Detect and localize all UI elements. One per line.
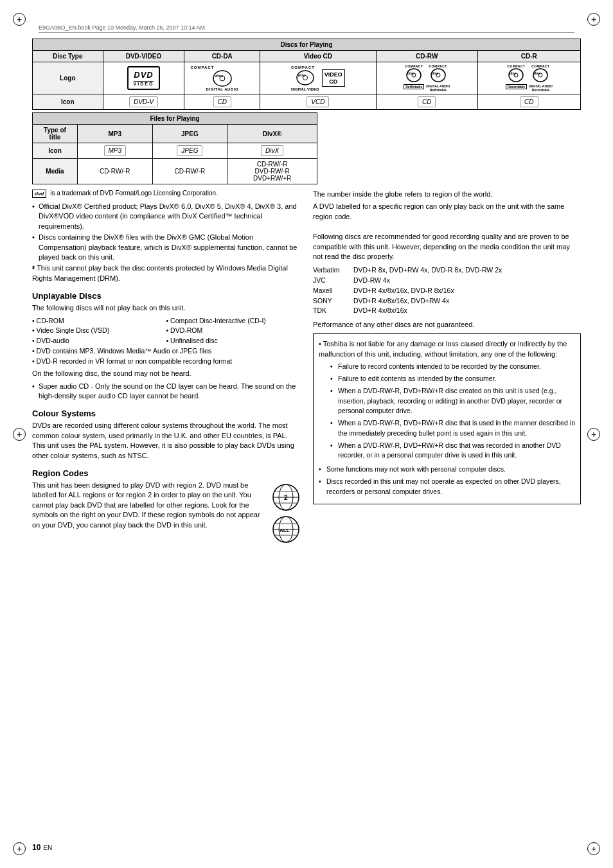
svg-text:ALL: ALL (280, 527, 290, 533)
media-divx-cell: CD-RW/-R DVD-RW/-R DVD+RW/+R (227, 159, 317, 184)
page-lang: EN (43, 844, 52, 851)
region-codes-title: Region Codes (32, 468, 300, 478)
colour-systems-text: DVDs are recorded using different colour… (32, 421, 300, 461)
col-cd-r: CD-R (477, 51, 580, 62)
bullet-drm-note: * This unit cannot play back the disc co… (32, 263, 300, 283)
col-cd-da: CD-DA (184, 51, 260, 62)
mp3-icon: MP3 (104, 145, 127, 156)
page-header: E9GA0BD_EN.book Page 10 Monday, March 26… (39, 24, 574, 33)
files-section-label: Files for Playing (33, 113, 317, 125)
super-audio-bullets: Super audio CD - Only the sound on the C… (32, 382, 300, 402)
vcd-icon-cell: VCD (260, 94, 377, 110)
discs-table: Discs for Playing Disc Type DVD-VIDEO CD… (32, 39, 581, 110)
type-of-title-header: Type oftitle (33, 125, 78, 143)
trademark-line: dvd is a trademark of DVD Format/Logo Li… (32, 190, 300, 198)
compat-jvc: JVC DVD-RW 4x (313, 276, 581, 286)
region-text-body: This unit has been designed to play DVD … (32, 481, 265, 530)
unplayable-item-dvdmp3: • DVD contains MP3, Windows Media™ Audio… (32, 346, 300, 357)
compat-verbatim: Verbatim DVD+R 8x, DVD+RW 4x, DVD-R 8x, … (313, 265, 581, 276)
discs-section-label: Discs for Playing (33, 39, 581, 51)
dvd-v-icon-cell: DVD-V (103, 94, 184, 110)
bullet-divx-gmc: Discs containing the DivX® files with th… (32, 233, 300, 262)
cd-rw-disc-svg2: disc (430, 68, 447, 83)
divx-icon: DivX (261, 145, 283, 156)
jpeg-icon-cell: JPEG (152, 143, 227, 159)
svg-point-6 (407, 69, 421, 82)
main-content: Discs for Playing Disc Type DVD-VIDEO CD… (32, 39, 581, 842)
unplayable-item-unfinalised: • Unfinalised disc (166, 336, 301, 346)
cd-icon: CD (213, 96, 231, 107)
mp3-icon-cell: MP3 (78, 143, 153, 159)
cd-rw-icon-cell: CD (376, 94, 477, 110)
warning-list: Failure to record contents intended to b… (325, 362, 575, 461)
unplayable-item-dvdrom: • DVD-ROM (166, 326, 301, 336)
compat-sony: SONY DVD+R 4x/8x/16x, DVD+RW 4x (313, 296, 581, 306)
globe-region-2-icon: 2 (272, 483, 300, 511)
globe-text: The number inside the globe refers to re… (313, 190, 581, 199)
left-bullets: Official DivX® Certified product; Plays … (32, 202, 300, 283)
cd-r-disc-svg2: disc (532, 68, 549, 83)
unplayable-intro: The following discs will not play back o… (32, 303, 300, 313)
files-table: Files for Playing Type oftitle MP3 JPEG … (32, 112, 317, 184)
unplayable-item-vsd: • Video Single Disc (VSD) (32, 326, 166, 336)
media-mp3-cell: CD-RW/-R (78, 159, 153, 184)
corner-mark-mr (587, 428, 600, 441)
dvd-video-logo-cell: DVD VIDEO (103, 62, 184, 94)
cd-rw-logo-cell: COMPACT disc ReWritable COMPACT (376, 62, 477, 94)
svg-text:disc: disc (534, 71, 540, 75)
svg-point-15 (533, 69, 547, 82)
unplayable-item-cdi: • Compact Disc-Interactive (CD-I) (166, 316, 301, 326)
region-specific-text: A DVD labelled for a specific region can… (313, 202, 581, 222)
logo-row-label: Logo (33, 62, 103, 94)
bullet-divx-certified: Official DivX® Certified product; Plays … (32, 202, 300, 231)
cd-r-logo-cell: COMPACT disc Recordable COMPACT (477, 62, 580, 94)
region-text: This unit has been designed to play DVD … (32, 481, 265, 533)
video-cd-disc-svg: disc (296, 69, 315, 86)
jpeg-icon: JPEG (177, 145, 202, 156)
cd-r-icon: CD (520, 96, 538, 107)
region-section: This unit has been designed to play DVD … (32, 481, 300, 544)
cd-icon-cell: CD (184, 94, 260, 110)
warning-item-2: Failure to edit contents as intended by … (325, 374, 575, 384)
warning-box: • Toshiba is not liable for any damage o… (313, 333, 581, 504)
corner-mark-br (587, 842, 600, 855)
globe-region-all-icon: ALL (272, 515, 300, 544)
svg-text:disc: disc (510, 71, 516, 75)
super-audio-note-title: On the following disc, the sound may not… (32, 369, 300, 378)
compat-tdk: TDK DVD+R 4x/8x/16x (313, 306, 581, 316)
cd-r-disc-svg1: disc (508, 68, 524, 83)
unplayable-item-dvdaudio: • DVD-audio (32, 336, 166, 346)
region-icons: 2 ALL (272, 483, 300, 544)
warning-intro: • Toshiba is not liable for any damage o… (319, 339, 575, 359)
trademark-text: is a trademark of DVD Format/Logo Licens… (50, 190, 218, 197)
unplayable-item-dvdr: • DVD-R recorded in VR format or non com… (32, 357, 300, 367)
svg-text:2: 2 (284, 494, 288, 501)
divx-icon-cell: DivX (227, 143, 317, 159)
left-column: dvd is a trademark of DVD Format/Logo Li… (32, 190, 300, 544)
warning-footer-2: Discs recorded in this unit may not oper… (319, 477, 575, 497)
compat-table: Verbatim DVD+R 8x, DVD+RW 4x, DVD-R 8x, … (313, 265, 581, 316)
vcd-icon: VCD (306, 96, 329, 107)
col-jpeg: JPEG (152, 125, 227, 143)
dvd-trademark-logo: dvd (32, 190, 46, 198)
col-divx: DivX® (227, 125, 317, 143)
warning-item-4: When a DVD-RW/-R, DVD+RW/+R disc that is… (325, 418, 575, 439)
svg-text:disc: disc (298, 73, 305, 77)
warning-footer-1: Some functions may not work with persona… (319, 465, 575, 475)
svg-text:disc: disc (407, 71, 414, 75)
cd-da-disc-svg: disc (212, 69, 233, 87)
col-dvd-video: DVD-VIDEO (103, 51, 184, 62)
col-mp3: MP3 (78, 125, 153, 143)
corner-mark-bl (13, 842, 26, 855)
files-icon-row-label: Icon (33, 143, 78, 159)
warning-item-3: When a DVD-RW/-R, DVD+RW/+R disc created… (325, 386, 575, 416)
svg-text:disc: disc (215, 74, 224, 78)
svg-text:disc: disc (432, 71, 438, 75)
perf-note: Performance of any other discs are not g… (313, 320, 581, 330)
bullet-super-audio: Super audio CD - Only the sound on the C… (32, 382, 300, 402)
icon-row-label: Icon (33, 94, 103, 110)
colour-systems-title: Colour Systems (32, 409, 300, 418)
cd-rw-disc-svg1: disc (405, 68, 422, 83)
compat-intro: Following discs are recommended for good… (313, 232, 581, 261)
unplayable-discs-title: Unplayable Discs (32, 291, 300, 301)
